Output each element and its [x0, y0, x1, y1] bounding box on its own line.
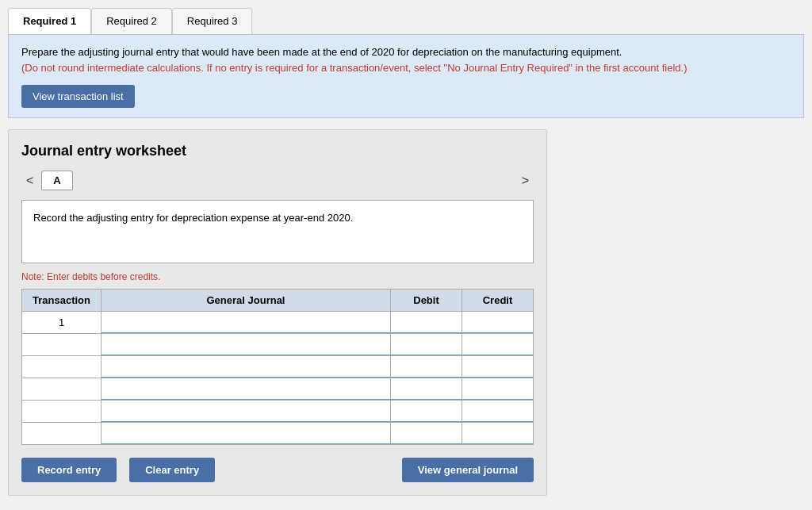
table-row	[22, 401, 534, 423]
credit-input[interactable]	[462, 334, 533, 355]
instruction-red-text: (Do not round intermediate calculations.…	[21, 62, 687, 74]
instruction-box: Prepare the adjusting journal entry that…	[8, 34, 804, 118]
debit-input[interactable]	[391, 356, 462, 378]
journal-table: Transaction General Journal Debit Credit…	[21, 289, 534, 445]
journal-cell[interactable]	[102, 334, 391, 356]
tab-required-3[interactable]: Required 3	[172, 8, 253, 34]
debit-cell[interactable]	[391, 423, 462, 445]
debit-input[interactable]	[391, 401, 462, 422]
journal-input[interactable]	[102, 312, 390, 333]
view-transaction-button[interactable]: View transaction list	[21, 85, 135, 108]
journal-input[interactable]	[102, 356, 390, 378]
table-row: 1	[22, 312, 534, 334]
debit-cell[interactable]	[391, 356, 462, 378]
credit-cell[interactable]	[462, 423, 534, 445]
worksheet-container: Journal entry worksheet < A > Record the…	[8, 129, 547, 496]
col-header-journal: General Journal	[102, 290, 391, 312]
credit-cell[interactable]	[462, 356, 534, 378]
journal-input[interactable]	[102, 378, 390, 400]
credit-input[interactable]	[462, 423, 533, 444]
tab-required-2[interactable]: Required 2	[91, 8, 172, 34]
transaction-cell	[22, 423, 102, 445]
note-text: Note: Enter debits before credits.	[21, 271, 534, 282]
debit-input[interactable]	[391, 312, 462, 333]
credit-input[interactable]	[462, 401, 533, 422]
table-row	[22, 378, 534, 401]
debit-input[interactable]	[391, 378, 462, 400]
credit-input[interactable]	[462, 356, 533, 378]
worksheet-tab-nav: < A >	[21, 171, 534, 190]
table-row	[22, 356, 534, 378]
journal-cell[interactable]	[102, 423, 391, 445]
debit-cell[interactable]	[391, 334, 462, 356]
view-general-journal-button[interactable]: View general journal	[402, 458, 534, 482]
journal-cell[interactable]	[102, 312, 391, 334]
transaction-cell	[22, 378, 102, 401]
tab-bar: Required 1 Required 2 Required 3	[8, 8, 804, 34]
journal-input[interactable]	[102, 423, 390, 444]
table-row	[22, 423, 534, 445]
prev-tab-arrow[interactable]: <	[21, 172, 38, 190]
journal-input[interactable]	[102, 401, 390, 422]
debit-cell[interactable]	[391, 312, 462, 334]
col-header-transaction: Transaction	[22, 290, 102, 312]
credit-cell[interactable]	[462, 312, 534, 334]
debit-input[interactable]	[391, 423, 462, 444]
entry-description: Record the adjusting entry for depreciat…	[21, 200, 534, 263]
credit-cell[interactable]	[462, 334, 534, 356]
credit-cell[interactable]	[462, 378, 534, 401]
tab-required-1[interactable]: Required 1	[8, 8, 91, 34]
journal-cell[interactable]	[102, 378, 391, 401]
debit-cell[interactable]	[391, 401, 462, 423]
debit-cell[interactable]	[391, 378, 462, 401]
transaction-cell	[22, 356, 102, 378]
debit-input[interactable]	[391, 334, 462, 355]
bottom-buttons: Record entry Clear entry View general jo…	[21, 458, 534, 482]
record-entry-button[interactable]: Record entry	[21, 458, 117, 482]
next-tab-arrow[interactable]: >	[517, 172, 534, 190]
col-header-debit: Debit	[391, 290, 462, 312]
table-row	[22, 334, 534, 356]
worksheet-title: Journal entry worksheet	[21, 143, 534, 159]
journal-input[interactable]	[102, 334, 390, 355]
transaction-cell	[22, 401, 102, 423]
worksheet-tab-a[interactable]: A	[41, 171, 72, 190]
clear-entry-button[interactable]: Clear entry	[129, 458, 215, 482]
col-header-credit: Credit	[462, 290, 534, 312]
instruction-main-text: Prepare the adjusting journal entry that…	[21, 46, 622, 58]
transaction-cell	[22, 334, 102, 356]
credit-input[interactable]	[462, 378, 533, 400]
journal-cell[interactable]	[102, 356, 391, 378]
credit-cell[interactable]	[462, 401, 534, 423]
credit-input[interactable]	[462, 312, 533, 333]
journal-cell[interactable]	[102, 401, 391, 423]
transaction-cell: 1	[22, 312, 102, 334]
